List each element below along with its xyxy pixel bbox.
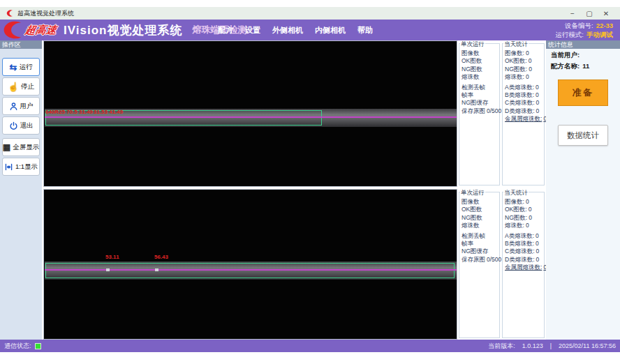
fullscreen-grid-icon: ▦	[3, 143, 10, 151]
stats-panel-bottom: 单次运行 图像数 OK图数 NG图数 熔珠数 检测丢帧 帧率 NG图缓存 保存原…	[459, 189, 545, 340]
stop-hand-icon: ☝	[8, 82, 19, 91]
app-header: 超高速 IVision视觉处理系统 熔珠端面检测 配方 设置 外侧相机 内侧相机…	[0, 20, 620, 40]
statistics-info-panel: 统计信息 当前用户: 配方名称:11 准备 数据统计	[546, 40, 620, 340]
user-button[interactable]: 用户	[2, 97, 40, 115]
one-to-one-button[interactable]: 1:1显示	[2, 158, 40, 176]
stat-row: D类熔珠数:0	[505, 107, 544, 115]
menu-item-outer-camera[interactable]: 外侧相机	[272, 25, 303, 36]
close-button[interactable]: ✕	[598, 10, 614, 17]
exit-button[interactable]: 退出	[2, 116, 40, 135]
device-number-value: 22-33	[596, 22, 613, 29]
operation-sidebar: 操作区 ⇆ 运行 ☝ 停止 用户 退出	[0, 40, 42, 340]
stat-row: 帧率	[462, 240, 499, 248]
stat-row: 金属屑熔珠数:0	[505, 115, 544, 123]
stat-row: NG图缓存	[462, 99, 499, 107]
run-button[interactable]: ⇆ 运行	[2, 58, 40, 76]
info-panel-title: 统计信息	[546, 40, 620, 49]
stats-panel-top: 单次运行 图像数 OK图数 NG图数 熔珠数 检测丢帧 帧率 NG图缓存 保存原…	[459, 40, 545, 187]
comm-status-label: 通信状态:	[4, 342, 31, 351]
stat-row: 帧率	[462, 91, 499, 99]
single-run-title: 单次运行	[460, 40, 485, 49]
stat-row: NG图数	[462, 66, 499, 73]
one-to-one-button-label: 1:1显示	[15, 162, 38, 172]
stat-row: 熔珠数	[462, 73, 499, 81]
camera-view-top: 640R25 70.5 31.49 31.53 41.49	[43, 40, 457, 187]
version-value: 1.0.123	[522, 342, 543, 349]
detection-centerline	[45, 116, 457, 118]
single-run-title: 单次运行	[460, 189, 485, 197]
stop-button[interactable]: ☝ 停止	[2, 77, 40, 96]
stat-row: A类熔珠数:0	[505, 84, 544, 91]
stat-row: 熔珠数:0	[505, 222, 544, 229]
stat-row: B类熔珠数:0	[505, 240, 544, 248]
comm-status-indicator	[35, 343, 41, 349]
stat-row: 图像数:0	[505, 50, 544, 57]
status-bar: 通信状态: 当前版本: 1.0.123 | 2025/02/11 16:57:5…	[0, 340, 620, 352]
run-mode-value: 手动调试	[586, 31, 613, 38]
stat-row: 保存原图0/500	[462, 107, 499, 115]
datetime-value: 2025/02/11 16:57:56	[559, 342, 616, 349]
stop-button-label: 停止	[21, 82, 34, 91]
current-user-label: 当前用户:	[551, 51, 580, 59]
current-user-row: 当前用户:	[546, 49, 620, 60]
stat-row: NG图数:0	[505, 214, 544, 222]
daily-stats-group: 当天统计 图像数:0 OK图数:0 NG图数:0 熔珠数:0 A类熔珠数:0 B…	[502, 192, 545, 338]
run-mode: 运行模式:手动调试	[555, 30, 613, 39]
daily-stats-group: 当天统计 图像数:0 OK图数:0 NG图数:0 熔珠数:0 A类熔珠数:0 B…	[502, 43, 545, 185]
stat-row: 熔珠数:0	[505, 73, 544, 81]
one-to-one-icon	[4, 162, 13, 172]
recipe-name-label: 配方名称:	[551, 62, 580, 70]
version-label: 当前版本:	[488, 342, 515, 351]
app-logo-icon	[6, 9, 14, 17]
camera-view-bottom: 53.11 56.43	[43, 189, 457, 340]
menu-item-recipe[interactable]: 配方	[218, 25, 233, 36]
stat-row: OK图数	[462, 57, 499, 65]
user-icon	[9, 102, 18, 111]
measurement-annotation: 640R25 70.5 31.49	[45, 109, 93, 115]
sidebar-title: 操作区	[0, 40, 42, 49]
app-window: 超高速视觉处理系统 − ▢ ✕ 超高速 IVision视觉处理系统 熔珠端面检测…	[0, 0, 620, 364]
fullscreen-button[interactable]: ▦ 全屏显示	[2, 138, 40, 156]
single-run-group: 单次运行 图像数 OK图数 NG图数 熔珠数 检测丢帧 帧率 NG图缓存 保存原…	[459, 192, 500, 338]
window-titlebar: 超高速视觉处理系统 − ▢ ✕	[0, 7, 620, 20]
stat-row: D类熔珠数:0	[505, 256, 544, 264]
daily-stats-title: 当天统计	[503, 189, 529, 197]
prepare-button[interactable]: 准备	[558, 79, 608, 106]
stat-row: A类熔珠数:0	[505, 232, 544, 240]
header-status: 设备编号:22-33 运行模式:手动调试	[555, 21, 613, 39]
defect-mark	[106, 268, 110, 271]
statusbar-separator: |	[550, 342, 552, 349]
inspection-image-strip	[45, 261, 457, 280]
menu-item-inner-camera[interactable]: 内侧相机	[315, 25, 346, 36]
run-mode-label: 运行模式:	[555, 31, 584, 38]
stat-row: B类熔珠数:0	[505, 91, 544, 99]
recipe-name-row: 配方名称:11	[546, 60, 620, 71]
measurement-annotation: 56.43	[154, 254, 168, 260]
minimize-button[interactable]: −	[564, 10, 581, 17]
stat-row: NG图数	[462, 214, 499, 222]
measurement-annotation: 53.11	[105, 254, 119, 260]
single-run-group: 单次运行 图像数 OK图数 NG图数 熔珠数 检测丢帧 帧率 NG图缓存 保存原…	[459, 43, 500, 185]
stat-row: C类熔珠数:0	[505, 248, 544, 255]
stat-row: OK图数:0	[505, 206, 544, 213]
defect-mark	[155, 268, 158, 271]
recipe-name-value: 11	[582, 62, 589, 70]
data-statistics-button[interactable]: 数据统计	[558, 125, 608, 146]
stat-row: C类熔珠数:0	[505, 99, 544, 107]
brand-swoosh-icon	[0, 20, 24, 40]
measurement-annotation: 31.53 41.49	[94, 109, 123, 115]
exit-button-label: 退出	[20, 121, 34, 130]
run-button-label: 运行	[19, 63, 32, 72]
stat-row: 金属屑熔珠数:0	[505, 264, 544, 271]
stat-row: 保存原图0/500	[462, 256, 499, 264]
user-button-label: 用户	[20, 102, 34, 111]
maximize-button[interactable]: ▢	[581, 10, 598, 17]
window-title: 超高速视觉处理系统	[17, 9, 564, 18]
stat-row: 图像数	[462, 198, 499, 206]
stat-row: 检测丢帧	[462, 84, 499, 91]
app-title: IVision视觉处理系统	[64, 22, 182, 38]
device-number-label: 设备编号:	[565, 22, 593, 29]
stat-row: OK图数	[462, 206, 499, 213]
menu-item-help[interactable]: 帮助	[357, 25, 373, 36]
menu-item-settings[interactable]: 设置	[245, 25, 260, 36]
